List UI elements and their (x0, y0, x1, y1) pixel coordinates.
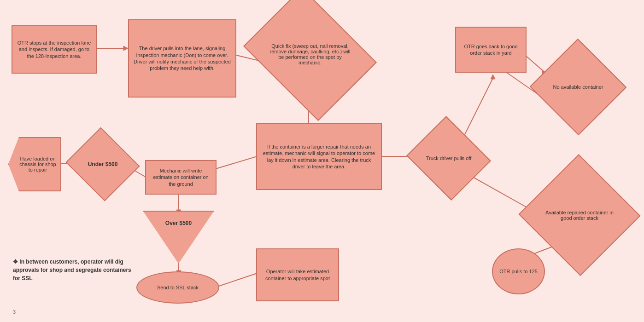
svg-marker-1 (123, 46, 128, 51)
truck-driver-pulls-node: Truck driver pulls off (415, 128, 483, 189)
svg-line-8 (211, 156, 257, 170)
have-loaded-node: Have loaded on chassis for shop to repai… (8, 137, 61, 191)
mechanic-write-node: Mechanic will write estimate on containe… (145, 160, 217, 195)
bottom-note: ❖ In between customers, operator will di… (13, 258, 137, 282)
under-500-node: Under $500 (73, 137, 133, 191)
svg-line-16 (219, 273, 257, 286)
otr-pulls-125-node: OTR pulls to 125 (492, 248, 545, 294)
page-number: 3 (13, 309, 16, 315)
driver-pulls-node: The driver pulls into the lane, signalin… (128, 19, 236, 98)
operator-estimated-node: Operator will take estimated container t… (256, 248, 339, 301)
available-repaired-node: Available repaired container in good ord… (533, 170, 626, 260)
no-available-node: No available container (541, 51, 615, 123)
larger-repair-node: If the container is a larger repair that… (256, 123, 382, 190)
svg-line-22 (525, 55, 544, 71)
send-ssl-node: Send to SSL stack (136, 271, 219, 304)
flowchart: OTR stops at the inspection lane and ins… (0, 0, 644, 322)
over-500-node: Over $500 (143, 211, 214, 264)
svg-marker-19 (491, 75, 495, 79)
otr-good-order-node: OTR goes back to good order stack in yar… (455, 27, 527, 73)
otr-stops-node: OTR stops at the inspection lane and ins… (12, 25, 97, 74)
quick-fix-node: Quick fix (sweep out, nail removal, remo… (257, 13, 363, 96)
